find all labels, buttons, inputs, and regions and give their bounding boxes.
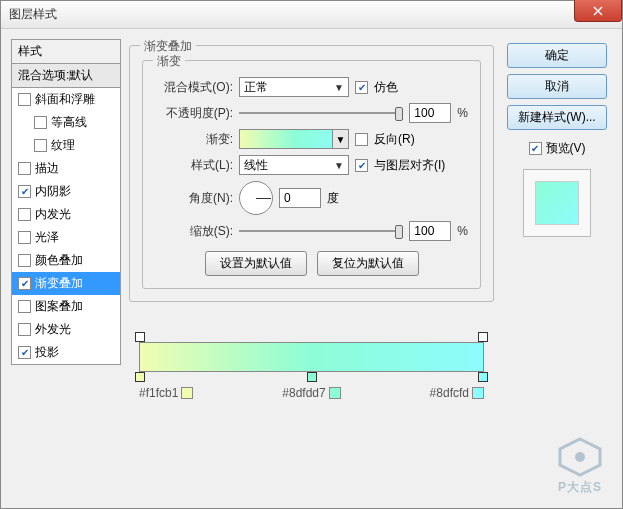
cancel-button[interactable]: 取消	[507, 74, 607, 99]
style-checkbox[interactable]	[34, 116, 47, 129]
titlebar[interactable]: 图层样式	[1, 1, 622, 29]
style-checkbox[interactable]	[18, 162, 31, 175]
gradient-label: 渐变:	[155, 131, 233, 148]
angle-input[interactable]	[279, 188, 321, 208]
style-item[interactable]: 描边	[12, 157, 120, 180]
opacity-input[interactable]	[409, 103, 451, 123]
chevron-down-icon: ▼	[334, 160, 344, 171]
style-checkbox[interactable]	[18, 323, 31, 336]
angle-dial[interactable]	[239, 181, 273, 215]
angle-unit: 度	[327, 190, 339, 207]
preview-label: 预览(V)	[546, 140, 586, 157]
style-checkbox[interactable]: ✔	[18, 346, 31, 359]
blend-mode-select[interactable]: 正常 ▼	[239, 77, 349, 97]
opacity-stop[interactable]	[478, 332, 488, 342]
style-item-label: 描边	[35, 160, 59, 177]
color-swatch	[329, 387, 341, 399]
style-item-label: 等高线	[51, 114, 87, 131]
align-checkbox[interactable]: ✔	[355, 159, 368, 172]
style-item[interactable]: 外发光	[12, 318, 120, 341]
stop-labels: #f1fcb1#8dfdd7#8dfcfd	[139, 386, 484, 400]
gradient-editor: #f1fcb1#8dfdd7#8dfcfd	[129, 342, 494, 400]
style-item-label: 纹理	[51, 137, 75, 154]
style-item[interactable]: 图案叠加	[12, 295, 120, 318]
stop-hex-label: #f1fcb1	[139, 386, 193, 400]
styles-header[interactable]: 样式	[11, 39, 121, 63]
style-list: 斜面和浮雕等高线纹理描边✔内阴影内发光光泽颜色叠加✔渐变叠加图案叠加外发光✔投影	[11, 87, 121, 365]
color-stop[interactable]	[307, 372, 317, 382]
style-item-label: 颜色叠加	[35, 252, 83, 269]
chevron-down-icon: ▼	[334, 82, 344, 93]
scale-label: 缩放(S):	[155, 223, 233, 240]
preview-checkbox[interactable]: ✔	[529, 142, 542, 155]
style-item-label: 外发光	[35, 321, 71, 338]
gradient-bar[interactable]	[139, 342, 484, 372]
window-title: 图层样式	[9, 6, 57, 23]
set-default-button[interactable]: 设置为默认值	[205, 251, 307, 276]
style-item-label: 渐变叠加	[35, 275, 83, 292]
style-checkbox[interactable]	[18, 300, 31, 313]
scale-slider[interactable]	[239, 221, 403, 241]
blend-options-header[interactable]: 混合选项:默认	[11, 63, 121, 87]
new-style-button[interactable]: 新建样式(W)...	[507, 105, 607, 130]
gradient-group: 渐变 混合模式(O): 正常 ▼ ✔ 仿色 不透明度(P):	[142, 60, 481, 289]
color-stop[interactable]	[478, 372, 488, 382]
ok-button[interactable]: 确定	[507, 43, 607, 68]
dither-label: 仿色	[374, 79, 398, 96]
opacity-label: 不透明度(P):	[155, 105, 233, 122]
reset-default-button[interactable]: 复位为默认值	[317, 251, 419, 276]
style-item[interactable]: 斜面和浮雕	[12, 88, 120, 111]
style-item-label: 内发光	[35, 206, 71, 223]
opacity-slider[interactable]	[239, 103, 403, 123]
style-checkbox[interactable]	[18, 231, 31, 244]
scale-input[interactable]	[409, 221, 451, 241]
close-icon	[593, 6, 603, 16]
style-item[interactable]: ✔渐变叠加	[12, 272, 120, 295]
styles-panel: 样式 混合选项:默认 斜面和浮雕等高线纹理描边✔内阴影内发光光泽颜色叠加✔渐变叠…	[11, 39, 121, 498]
stop-hex-label: #8dfcfd	[430, 386, 484, 400]
layer-style-dialog: 图层样式 样式 混合选项:默认 斜面和浮雕等高线纹理描边✔内阴影内发光光泽颜色叠…	[0, 0, 623, 509]
style-item-label: 内阴影	[35, 183, 71, 200]
watermark: P大点S	[556, 437, 604, 496]
style-item-label: 斜面和浮雕	[35, 91, 95, 108]
style-item-label: 图案叠加	[35, 298, 83, 315]
style-item[interactable]: 等高线	[12, 111, 120, 134]
reverse-checkbox[interactable]	[355, 133, 368, 146]
style-checkbox[interactable]	[18, 254, 31, 267]
close-button[interactable]	[574, 0, 622, 22]
reverse-label: 反向(R)	[374, 131, 415, 148]
settings-panel: 渐变叠加 渐变 混合模式(O): 正常 ▼ ✔ 仿色 不透明度(P):	[129, 39, 494, 498]
style-checkbox[interactable]	[34, 139, 47, 152]
style-checkbox[interactable]	[18, 208, 31, 221]
blend-mode-label: 混合模式(O):	[155, 79, 233, 96]
gradient-picker[interactable]: ▼	[239, 129, 349, 149]
style-item[interactable]: 光泽	[12, 226, 120, 249]
style-item[interactable]: 颜色叠加	[12, 249, 120, 272]
color-swatch	[472, 387, 484, 399]
opacity-stop[interactable]	[135, 332, 145, 342]
stop-hex-label: #8dfdd7	[282, 386, 340, 400]
style-select[interactable]: 线性 ▼	[239, 155, 349, 175]
chevron-down-icon: ▼	[332, 130, 348, 148]
logo-icon	[556, 437, 604, 477]
svg-point-0	[575, 452, 585, 462]
style-checkbox[interactable]: ✔	[18, 277, 31, 290]
group-title-inner: 渐变	[153, 53, 185, 70]
gradient-overlay-group: 渐变叠加 渐变 混合模式(O): 正常 ▼ ✔ 仿色 不透明度(P):	[129, 45, 494, 302]
dither-checkbox[interactable]: ✔	[355, 81, 368, 94]
preview-swatch	[535, 181, 579, 225]
style-label: 样式(L):	[155, 157, 233, 174]
color-swatch	[181, 387, 193, 399]
preview-box	[523, 169, 591, 237]
style-item[interactable]: 纹理	[12, 134, 120, 157]
style-item[interactable]: ✔投影	[12, 341, 120, 364]
style-item-label: 光泽	[35, 229, 59, 246]
style-item[interactable]: ✔内阴影	[12, 180, 120, 203]
style-item[interactable]: 内发光	[12, 203, 120, 226]
style-checkbox[interactable]	[18, 93, 31, 106]
color-stop[interactable]	[135, 372, 145, 382]
style-checkbox[interactable]: ✔	[18, 185, 31, 198]
angle-label: 角度(N):	[155, 190, 233, 207]
style-item-label: 投影	[35, 344, 59, 361]
action-panel: 确定 取消 新建样式(W)... ✔ 预览(V)	[502, 39, 612, 498]
